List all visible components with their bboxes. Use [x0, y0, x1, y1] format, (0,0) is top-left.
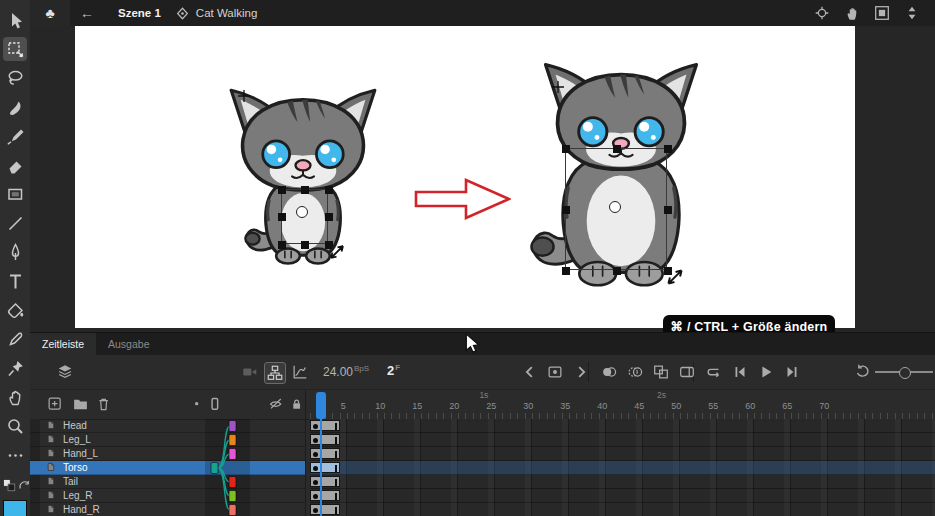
- hand-tool[interactable]: [3, 385, 27, 409]
- layer-row-tail[interactable]: Tail: [30, 475, 305, 489]
- parent-column-icon[interactable]: [206, 395, 224, 413]
- keyframe-span[interactable]: [310, 476, 340, 487]
- step-back-icon[interactable]: [730, 362, 750, 382]
- swap-colors-icon[interactable]: [17, 478, 32, 493]
- center-stage-icon[interactable]: [813, 4, 831, 22]
- camera-icon[interactable]: [240, 362, 260, 382]
- classic-brush-tool[interactable]: [3, 124, 27, 148]
- frame-row-torso[interactable]: [310, 461, 935, 475]
- selection-handle[interactable]: [301, 186, 309, 194]
- pen-tool[interactable]: [3, 240, 27, 264]
- frame-row-leg_l[interactable]: [310, 433, 935, 447]
- clip-content-outside-stage-icon[interactable]: [873, 4, 891, 22]
- insert-keyframe-icon[interactable]: [545, 362, 565, 382]
- timeline-body: HeadLeg_LHand_LTorsoTailLeg_RHand_R: [30, 419, 935, 516]
- keyframe-span[interactable]: [310, 490, 340, 501]
- hide-all-icon[interactable]: [267, 395, 285, 413]
- rotate-view-icon[interactable]: [843, 4, 861, 22]
- pasteboard[interactable]: ⌘ / CTRL + Größe ändern: [30, 26, 935, 332]
- selection-handle[interactable]: [325, 186, 333, 194]
- playhead-line[interactable]: [320, 419, 322, 516]
- prev-frame-icon[interactable]: [520, 362, 540, 382]
- selection-handle[interactable]: [278, 186, 286, 194]
- keyframe-span[interactable]: [310, 504, 340, 515]
- layer-row-hand_l[interactable]: Hand_L: [30, 447, 305, 461]
- fluid-brush-tool[interactable]: [3, 95, 27, 119]
- tab-ausgabe[interactable]: Ausgabe: [96, 333, 161, 355]
- fill-color-swatch[interactable]: [3, 500, 27, 516]
- selection-handle[interactable]: [664, 206, 672, 214]
- eyedropper-tool[interactable]: [3, 327, 27, 351]
- edit-multiple-frames-icon[interactable]: [651, 362, 671, 382]
- graph-editor-icon[interactable]: [290, 362, 310, 382]
- free-transform-tool[interactable]: [3, 37, 27, 61]
- slider-handle[interactable]: [899, 367, 911, 379]
- paint-bucket-tool[interactable]: [3, 298, 27, 322]
- frame-ruler[interactable]: 1s2s 510152025303540455055606570: [310, 389, 935, 419]
- selection-handle[interactable]: [664, 145, 672, 153]
- selection-handle[interactable]: [613, 267, 621, 275]
- onion-outline-icon[interactable]: [625, 362, 645, 382]
- breadcrumb-scene[interactable]: Szene 1: [118, 7, 161, 19]
- layer-row-hand_r[interactable]: Hand_R: [30, 503, 305, 516]
- layer-row-leg_l[interactable]: Leg_L: [30, 433, 305, 447]
- transform-point[interactable]: [609, 201, 621, 213]
- onion-skin-icon[interactable]: [599, 362, 619, 382]
- layer-row-head[interactable]: Head: [30, 419, 305, 433]
- frame-grid[interactable]: [310, 419, 935, 516]
- selection-handle[interactable]: [301, 241, 309, 249]
- text-tool[interactable]: [3, 269, 27, 293]
- breadcrumb-symbol[interactable]: Cat Walking: [196, 7, 258, 19]
- layers-panel-icon[interactable]: [55, 362, 75, 382]
- frame-row-head[interactable]: [310, 419, 935, 433]
- more-tool[interactable]: [3, 443, 27, 467]
- frame-flag-icon[interactable]: [677, 362, 697, 382]
- keyframe-span[interactable]: [310, 462, 340, 473]
- add-layer-icon[interactable]: [46, 395, 64, 413]
- back-button[interactable]: ←: [70, 5, 104, 21]
- tab-zeitleiste[interactable]: Zeitleiste: [30, 333, 96, 355]
- selection-handle[interactable]: [562, 206, 570, 214]
- new-folder-icon[interactable]: [71, 395, 89, 413]
- frame-row-hand_r[interactable]: [310, 503, 935, 516]
- parenting-view-icon[interactable]: [264, 362, 286, 384]
- lock-all-icon[interactable]: [288, 395, 306, 413]
- loop-icon[interactable]: [704, 362, 724, 382]
- selection-handle[interactable]: [278, 213, 286, 221]
- lasso-tool[interactable]: [3, 66, 27, 90]
- frame-rate[interactable]: 24.00BpS: [323, 364, 369, 379]
- selection-handle[interactable]: [562, 267, 570, 275]
- keyframe-dot: [313, 438, 318, 443]
- selection-handle[interactable]: [613, 145, 621, 153]
- selection-tool[interactable]: [3, 8, 27, 32]
- zoom-stepper-icon[interactable]: [903, 4, 921, 22]
- selection-handle[interactable]: [278, 241, 286, 249]
- next-frame-icon[interactable]: [571, 362, 591, 382]
- frame-row-tail[interactable]: [310, 475, 935, 489]
- layer-row-leg_r[interactable]: Leg_R: [30, 489, 305, 503]
- asset-warp-tool[interactable]: [3, 356, 27, 380]
- selection-handle[interactable]: [562, 145, 570, 153]
- eraser-tool[interactable]: [3, 153, 27, 177]
- ruler-number: 15: [407, 401, 427, 411]
- keyframe-span[interactable]: [310, 420, 340, 431]
- rectangle-tool[interactable]: [3, 182, 27, 206]
- line-tool[interactable]: [3, 211, 27, 235]
- frame-row-leg_r[interactable]: [310, 489, 935, 503]
- selection-handle[interactable]: [325, 213, 333, 221]
- timeline-zoom-slider[interactable]: [875, 371, 933, 373]
- step-forward-icon[interactable]: [782, 362, 802, 382]
- zoom-tool[interactable]: [3, 414, 27, 438]
- highlight-dot-icon[interactable]: [188, 395, 206, 413]
- playhead-handle[interactable]: [316, 392, 326, 419]
- reset-zoom-icon[interactable]: [852, 362, 872, 382]
- play-icon[interactable]: [756, 362, 776, 382]
- frame-row-hand_l[interactable]: [310, 447, 935, 461]
- delete-layer-icon[interactable]: [95, 395, 113, 413]
- keyframe-span[interactable]: [310, 434, 340, 445]
- layer-row-torso[interactable]: Torso: [30, 461, 305, 475]
- app-logo[interactable]: ♣: [30, 0, 70, 26]
- transform-point[interactable]: [296, 206, 308, 218]
- keyframe-span[interactable]: [310, 448, 340, 459]
- default-colors-icon[interactable]: [2, 478, 17, 493]
